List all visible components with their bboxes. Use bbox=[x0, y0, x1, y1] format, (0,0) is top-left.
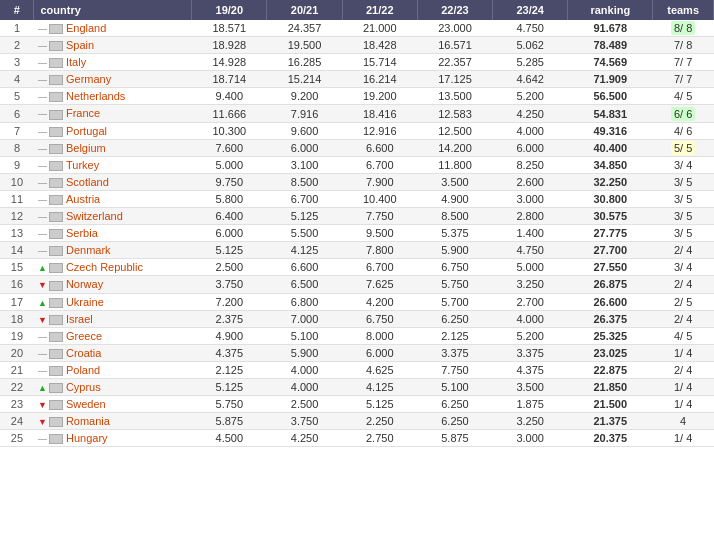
teams-value: 3/ 5 bbox=[674, 227, 692, 239]
flag-icon bbox=[49, 161, 63, 171]
table-body: 1 —England 18.571 24.357 21.000 23.000 4… bbox=[0, 20, 714, 447]
country-name: Portugal bbox=[66, 125, 107, 137]
country-cell: —Hungary bbox=[34, 430, 192, 447]
flag-icon bbox=[49, 400, 63, 410]
val-2324: 4.750 bbox=[493, 20, 568, 37]
table-row: 3 —Italy 14.928 16.285 15.714 22.357 5.2… bbox=[0, 54, 714, 71]
trend-same-icon: — bbox=[38, 178, 47, 188]
table-row: 4 —Germany 18.714 15.214 16.214 17.125 4… bbox=[0, 71, 714, 88]
val-2324: 3.000 bbox=[493, 430, 568, 447]
country-cell: —Poland bbox=[34, 361, 192, 378]
teams-cell: 3/ 5 bbox=[653, 225, 714, 242]
teams-cell: 1/ 4 bbox=[653, 396, 714, 413]
rank-cell: 5 bbox=[0, 88, 34, 105]
ranking-cell: 71.909 bbox=[568, 71, 653, 88]
table-row: 15 ▲Czech Republic 2.500 6.600 6.700 6.7… bbox=[0, 259, 714, 276]
country-name: Czech Republic bbox=[66, 261, 143, 273]
country-cell: —Italy bbox=[34, 54, 192, 71]
val-1920: 2.500 bbox=[192, 259, 267, 276]
table-row: 20 —Croatia 4.375 5.900 6.000 3.375 3.37… bbox=[0, 344, 714, 361]
teams-cell: 2/ 4 bbox=[653, 242, 714, 259]
teams-value: 5/ 5 bbox=[671, 141, 695, 155]
teams-value: 1/ 4 bbox=[674, 381, 692, 393]
val-2122: 4.625 bbox=[342, 361, 417, 378]
val-2324: 3.500 bbox=[493, 378, 568, 395]
country-cell: —Turkey bbox=[34, 156, 192, 173]
val-2223: 3.375 bbox=[417, 344, 492, 361]
rank-cell: 13 bbox=[0, 225, 34, 242]
teams-value: 2/ 4 bbox=[674, 244, 692, 256]
col-2223: 22/23 bbox=[417, 0, 492, 20]
val-2223: 12.500 bbox=[417, 122, 492, 139]
country-name: Ukraine bbox=[66, 296, 104, 308]
table-row: 6 —France 11.666 7.916 18.416 12.583 4.2… bbox=[0, 105, 714, 122]
ranking-cell: 30.575 bbox=[568, 208, 653, 225]
ranking-cell: 30.800 bbox=[568, 190, 653, 207]
val-2324: 6.000 bbox=[493, 139, 568, 156]
val-1920: 2.125 bbox=[192, 361, 267, 378]
trend-same-icon: — bbox=[38, 195, 47, 205]
val-2223: 22.357 bbox=[417, 54, 492, 71]
rank-cell: 17 bbox=[0, 293, 34, 310]
val-1920: 4.375 bbox=[192, 344, 267, 361]
val-2021: 7.916 bbox=[267, 105, 342, 122]
rank-cell: 22 bbox=[0, 378, 34, 395]
country-cell: —Portugal bbox=[34, 122, 192, 139]
table-row: 19 —Greece 4.900 5.100 8.000 2.125 5.200… bbox=[0, 327, 714, 344]
teams-cell: 3/ 5 bbox=[653, 190, 714, 207]
teams-value: 2/ 5 bbox=[674, 296, 692, 308]
val-2122: 8.000 bbox=[342, 327, 417, 344]
country-cell: —Belgium bbox=[34, 139, 192, 156]
ranking-cell: 26.600 bbox=[568, 293, 653, 310]
val-2223: 17.125 bbox=[417, 71, 492, 88]
val-1920: 5.875 bbox=[192, 413, 267, 430]
val-2223: 13.500 bbox=[417, 88, 492, 105]
teams-value: 7/ 7 bbox=[674, 73, 692, 85]
teams-cell: 3/ 5 bbox=[653, 208, 714, 225]
val-2122: 7.750 bbox=[342, 208, 417, 225]
val-2223: 5.750 bbox=[417, 276, 492, 293]
val-2122: 2.250 bbox=[342, 413, 417, 430]
teams-value: 4 bbox=[680, 415, 686, 427]
table-row: 9 —Turkey 5.000 3.100 6.700 11.800 8.250… bbox=[0, 156, 714, 173]
rank-cell: 25 bbox=[0, 430, 34, 447]
teams-cell: 3/ 5 bbox=[653, 173, 714, 190]
val-2324: 5.000 bbox=[493, 259, 568, 276]
ranking-cell: 21.850 bbox=[568, 378, 653, 395]
teams-value: 3/ 4 bbox=[674, 159, 692, 171]
col-country: country bbox=[34, 0, 192, 20]
trend-same-icon: — bbox=[38, 332, 47, 342]
col-teams: teams bbox=[653, 0, 714, 20]
ranking-cell: 27.775 bbox=[568, 225, 653, 242]
ranking-cell: 22.875 bbox=[568, 361, 653, 378]
val-2324: 3.375 bbox=[493, 344, 568, 361]
teams-cell: 7/ 8 bbox=[653, 37, 714, 54]
country-cell: —Croatia bbox=[34, 344, 192, 361]
rank-cell: 12 bbox=[0, 208, 34, 225]
rank-cell: 9 bbox=[0, 156, 34, 173]
val-2324: 4.750 bbox=[493, 242, 568, 259]
col-1920: 19/20 bbox=[192, 0, 267, 20]
val-2122: 10.400 bbox=[342, 190, 417, 207]
flag-icon bbox=[49, 127, 63, 137]
table-row: 11 —Austria 5.800 6.700 10.400 4.900 3.0… bbox=[0, 190, 714, 207]
val-2122: 6.700 bbox=[342, 259, 417, 276]
ranking-cell: 54.831 bbox=[568, 105, 653, 122]
teams-value: 4/ 6 bbox=[674, 125, 692, 137]
val-2324: 2.800 bbox=[493, 208, 568, 225]
val-2223: 6.250 bbox=[417, 396, 492, 413]
val-1920: 11.666 bbox=[192, 105, 267, 122]
rank-cell: 21 bbox=[0, 361, 34, 378]
ranking-cell: 25.325 bbox=[568, 327, 653, 344]
val-2021: 9.600 bbox=[267, 122, 342, 139]
teams-cell: 5/ 5 bbox=[653, 139, 714, 156]
val-2223: 5.375 bbox=[417, 225, 492, 242]
flag-icon bbox=[49, 263, 63, 273]
teams-cell: 7/ 7 bbox=[653, 54, 714, 71]
teams-value: 7/ 8 bbox=[674, 39, 692, 51]
val-2021: 9.200 bbox=[267, 88, 342, 105]
country-cell: ▼Israel bbox=[34, 310, 192, 327]
teams-cell: 1/ 4 bbox=[653, 430, 714, 447]
flag-icon bbox=[49, 332, 63, 342]
ranking-cell: 32.250 bbox=[568, 173, 653, 190]
